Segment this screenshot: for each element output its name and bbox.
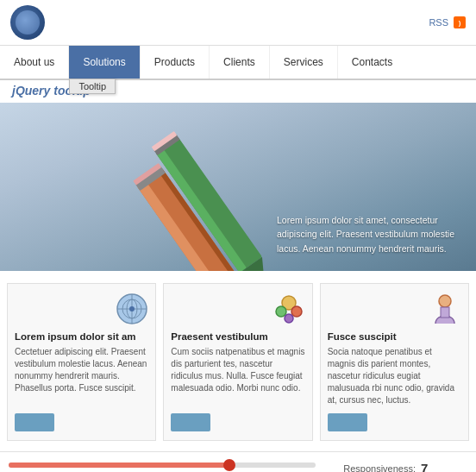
slider-1-thumb[interactable] (223, 459, 235, 471)
nav-products[interactable]: Products (141, 46, 210, 79)
hero-section: Lorem ipsum dolor sit amet, consectetur … (0, 103, 476, 271)
nav-solutions-container: Solutions Tooltip (69, 46, 140, 79)
card-2-icon (272, 293, 305, 328)
card-2: Praesent vestibulum Cum sociis natpenati… (163, 283, 312, 441)
header-links: RSS ) (429, 16, 466, 28)
nav-services[interactable]: Services (270, 46, 338, 79)
hero-text: Lorem ipsum dolor sit amet, consectetur … (277, 213, 462, 255)
tooltip-box: Tooltip (69, 79, 116, 94)
svg-point-23 (439, 295, 451, 307)
sliders-tracks (9, 461, 316, 472)
rss-icon[interactable]: ) (454, 16, 466, 28)
card-1-title: Lorem ipsum dolor sit am (15, 331, 148, 342)
card-3: Fusce suscipit Socia natoque penatibus e… (320, 283, 469, 441)
slider-1-value: 7 (421, 461, 428, 472)
card-1-icon (116, 293, 148, 328)
card-3-title: Fusce suscipit (328, 331, 461, 342)
card-1: Lorem ipsum dolor sit am Cectetuer adipi… (7, 283, 156, 441)
card-2-button[interactable] (171, 413, 210, 431)
sliders-section: Responsiveness: 7 Safety: 5.7 Informatio… (0, 452, 476, 472)
card-2-text: Cum sociis natpenatibus et magnis dis pa… (171, 346, 304, 406)
svg-point-18 (129, 306, 135, 312)
sliders-labels: Responsiveness: 7 Safety: 5.7 Informatio… (329, 461, 467, 472)
card-3-button[interactable] (328, 413, 367, 431)
logo (10, 5, 45, 40)
nav-about[interactable]: About us (0, 46, 69, 79)
svg-point-20 (276, 306, 286, 317)
slider-1-label-row: Responsiveness: 7 (329, 461, 467, 472)
card-1-button[interactable] (15, 413, 54, 431)
card-2-title: Praesent vestibulum (171, 331, 304, 342)
nav: About us Solutions Tooltip Products Clie… (0, 46, 476, 80)
svg-point-22 (285, 314, 293, 323)
slider-1-fill (9, 463, 229, 468)
nav-solutions[interactable]: Solutions (69, 46, 140, 79)
card-1-text: Cectetuer adipiscing elit. Praesent vest… (15, 346, 148, 406)
svg-rect-24 (441, 307, 449, 318)
rss-link[interactable]: RSS (429, 17, 448, 28)
slider-1-label: Responsiveness: (329, 463, 416, 473)
slider-1-track[interactable] (9, 463, 316, 468)
header: RSS ) (0, 0, 476, 46)
card-3-text: Socia natoque penatibus et magnis dis pa… (328, 346, 461, 406)
nav-clients[interactable]: Clients (210, 46, 270, 79)
svg-point-21 (291, 306, 302, 317)
cards-section: Lorem ipsum dolor sit am Cectetuer adipi… (0, 271, 476, 452)
nav-contacts[interactable]: Contacts (338, 46, 406, 79)
card-3-icon (429, 293, 461, 328)
